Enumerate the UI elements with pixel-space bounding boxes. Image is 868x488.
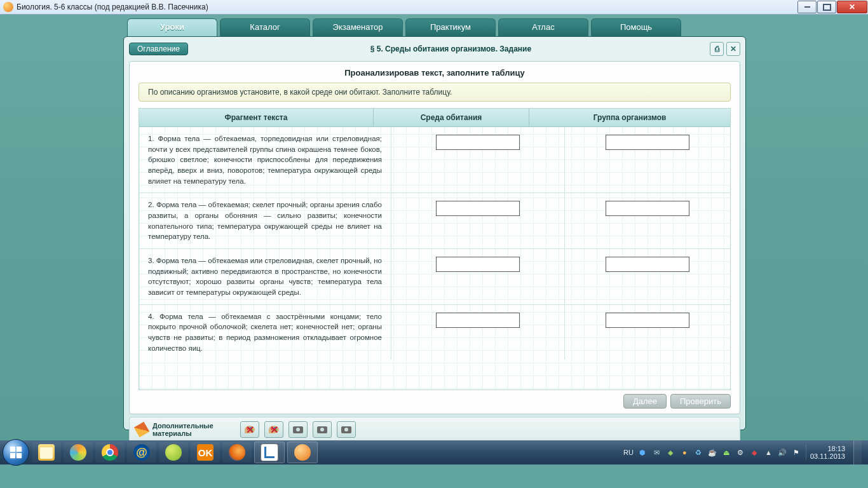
tray-app-icon[interactable]: ● bbox=[680, 448, 689, 458]
tray-up-icon[interactable]: ▲ bbox=[764, 448, 773, 458]
materials-label: Дополнительные материалы bbox=[153, 422, 235, 437]
tray-flag-icon[interactable]: ⚑ bbox=[792, 448, 801, 458]
window-titlebar: Биология. 5-6 классы (под редакцией В.В.… bbox=[0, 0, 868, 15]
print-button[interactable]: ⎙ bbox=[710, 42, 724, 56]
tray-clock[interactable]: 18:13 03.11.2013 bbox=[806, 445, 849, 460]
taskbar-libreoffice[interactable] bbox=[254, 442, 285, 463]
group-cell bbox=[565, 127, 730, 193]
explorer-icon bbox=[38, 444, 55, 461]
window-minimize-button[interactable] bbox=[797, 1, 817, 13]
mailru-icon: @ bbox=[133, 444, 150, 461]
app-window: Уроки Каталог Экзаменатор Практикум Атла… bbox=[123, 18, 746, 459]
habitat-cell bbox=[391, 305, 565, 360]
tray-eject-icon[interactable]: ⏏ bbox=[722, 448, 731, 458]
svg-rect-0 bbox=[10, 446, 15, 451]
svg-rect-2 bbox=[10, 452, 15, 458]
taskbar-browser2[interactable] bbox=[159, 442, 188, 463]
group-input-3[interactable] bbox=[606, 257, 689, 272]
task-title: Проанализировав текст, заполните таблицу bbox=[139, 68, 731, 78]
svg-rect-3 bbox=[17, 452, 22, 458]
habitat-cell bbox=[391, 193, 565, 248]
table-row: 2. Форма тела — обтекаемая; скелет прочн… bbox=[139, 193, 730, 249]
window-title: Биология. 5-6 классы (под редакцией В.В.… bbox=[17, 3, 797, 11]
table-row: 4. Форма тела — обтекаемая с заострённым… bbox=[139, 305, 730, 360]
group-input-4[interactable] bbox=[606, 313, 689, 328]
action-buttons: Далее Проверить bbox=[139, 394, 731, 409]
app-body: Оглавление § 5. Среды обитания организмо… bbox=[123, 36, 746, 430]
document-icon bbox=[261, 444, 278, 461]
sub-header: Оглавление § 5. Среды обитания организмо… bbox=[129, 41, 740, 57]
mediaplayer-icon bbox=[70, 444, 86, 461]
desktop: Уроки Каталог Экзаменатор Практикум Атла… bbox=[0, 15, 868, 464]
material-camera-3[interactable] bbox=[337, 421, 356, 438]
habitat-cell bbox=[391, 127, 565, 193]
group-input-2[interactable] bbox=[606, 201, 689, 216]
tray-language[interactable]: RU bbox=[623, 449, 634, 456]
taskbar-mailru[interactable]: @ bbox=[127, 442, 156, 463]
material-camera-1[interactable] bbox=[288, 421, 308, 438]
section-title: § 5. Среды обитания организмов. Задание bbox=[194, 44, 707, 53]
svg-rect-1 bbox=[17, 446, 22, 451]
window-close-button[interactable]: ✕ bbox=[837, 1, 867, 13]
tray-java-icon[interactable]: ☕ bbox=[708, 448, 717, 458]
tray-network-icon[interactable]: ⚙ bbox=[736, 448, 745, 458]
task-card: Проанализировав текст, заполните таблицу… bbox=[129, 61, 740, 414]
tab-catalog[interactable]: Каталог bbox=[220, 18, 310, 36]
habitat-cell bbox=[391, 249, 565, 304]
tray-update-icon[interactable]: ♻ bbox=[694, 448, 703, 458]
chrome-icon bbox=[102, 444, 118, 461]
close-panel-button[interactable]: ✕ bbox=[726, 42, 740, 56]
habitat-input-1[interactable] bbox=[436, 135, 520, 150]
taskbar: @ OK RU ⬢ ✉ ◆ ● ♻ ☕ ⏏ ⚙ ◆ ▲ 🔊 ⚑ 18:13 03… bbox=[0, 440, 868, 464]
col-header-group: Группа организмов bbox=[529, 109, 730, 126]
taskbar-explorer[interactable] bbox=[32, 442, 61, 463]
table-header: Фрагмент текста Среда обитания Группа ор… bbox=[139, 109, 730, 127]
show-desktop-button[interactable] bbox=[853, 440, 862, 464]
material-camera-2[interactable] bbox=[313, 421, 332, 438]
material-palette-2[interactable]: ✕ bbox=[264, 421, 283, 438]
habitat-input-3[interactable] bbox=[436, 257, 520, 272]
task-hint: По описанию организмов установите, в как… bbox=[139, 83, 731, 102]
tray-bluetooth-icon[interactable]: ⬢ bbox=[638, 448, 648, 458]
next-button[interactable]: Далее bbox=[623, 394, 667, 409]
table-row: 3. Форма тела — обтекаемая или стреловид… bbox=[139, 249, 730, 305]
col-header-habitat: Среда обитания bbox=[374, 109, 529, 126]
tray-volume-icon[interactable]: 🔊 bbox=[778, 448, 787, 458]
tray-date: 03.11.2013 bbox=[810, 452, 845, 460]
tray-msg-icon[interactable]: ✉ bbox=[652, 448, 661, 458]
taskbar-odnoklassniki[interactable]: OK bbox=[191, 442, 220, 463]
group-input-1[interactable] bbox=[606, 135, 689, 150]
tray-av-icon[interactable]: ◆ bbox=[750, 448, 759, 458]
windows-logo-icon bbox=[9, 445, 23, 459]
tab-atlas[interactable]: Атлас bbox=[498, 18, 588, 36]
tab-lessons[interactable]: Уроки bbox=[127, 18, 217, 36]
taskbar-firefox[interactable] bbox=[222, 442, 252, 463]
fragment-cell: 3. Форма тела — обтекаемая или стреловид… bbox=[139, 249, 391, 304]
tray-time: 18:13 bbox=[810, 445, 845, 452]
start-button[interactable] bbox=[3, 439, 29, 466]
check-button[interactable]: Проверить bbox=[670, 394, 731, 409]
taskbar-mediaplayer[interactable] bbox=[64, 442, 93, 463]
tab-practicum[interactable]: Практикум bbox=[405, 18, 496, 36]
app-icon bbox=[3, 2, 13, 12]
materials-bar: Дополнительные материалы ✕ ✕ bbox=[129, 417, 740, 442]
table-row: 1. Форма тела — обтекаемая, торпедовидна… bbox=[139, 127, 730, 193]
toc-button[interactable]: Оглавление bbox=[129, 43, 188, 55]
ok-icon: OK bbox=[197, 444, 214, 461]
habitat-input-2[interactable] bbox=[436, 201, 520, 216]
window-maximize-button[interactable] bbox=[817, 1, 836, 13]
group-cell bbox=[565, 305, 730, 360]
material-palette-1[interactable]: ✕ bbox=[240, 421, 259, 438]
main-tabs: Уроки Каталог Экзаменатор Практикум Атла… bbox=[123, 18, 746, 36]
tab-help[interactable]: Помощь bbox=[591, 18, 681, 36]
tab-examiner[interactable]: Экзаменатор bbox=[313, 18, 403, 36]
group-cell bbox=[565, 249, 730, 304]
firefox-icon bbox=[229, 444, 245, 461]
pencil-icon bbox=[134, 422, 150, 438]
fragment-cell: 1. Форма тела — обтекаемая, торпедовидна… bbox=[139, 127, 391, 193]
tray-shield-icon[interactable]: ◆ bbox=[666, 448, 675, 458]
answer-table: Фрагмент текста Среда обитания Группа ор… bbox=[139, 108, 731, 390]
taskbar-biology-app[interactable] bbox=[287, 442, 318, 463]
habitat-input-4[interactable] bbox=[436, 313, 520, 328]
taskbar-chrome[interactable] bbox=[95, 442, 125, 463]
